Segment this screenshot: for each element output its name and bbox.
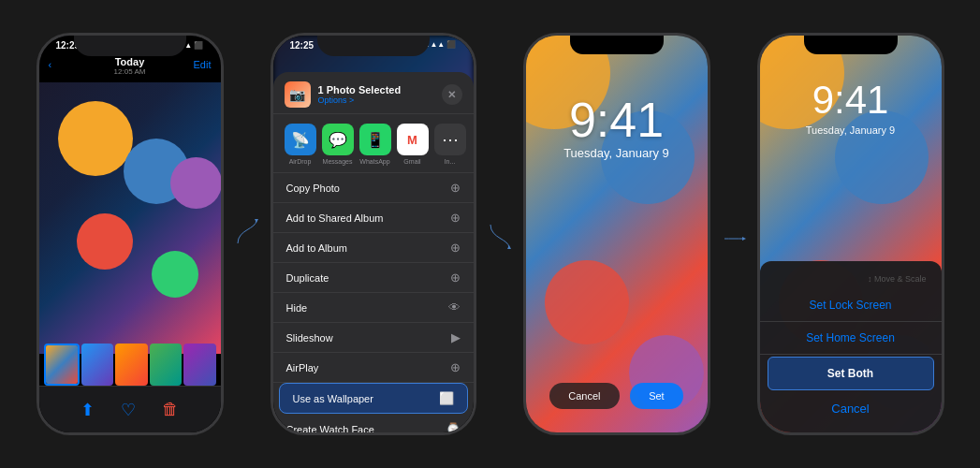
photos-app-icon: 📷 (285, 81, 311, 108)
slideshow-label: Slideshow (286, 332, 333, 344)
cancel-button[interactable]: Cancel (549, 383, 619, 409)
copy-photo-label: Copy Photo (286, 183, 340, 194)
move-scale-label: ↕ Move & Scale (760, 269, 942, 289)
menu-create-watch-face[interactable]: Create Watch Face ⌚ (273, 415, 474, 432)
share-app-more[interactable]: ⋯ In... (434, 124, 466, 165)
phone-3-notch (570, 36, 664, 54)
share-icon[interactable]: ⬆ (80, 400, 95, 420)
set-both-option[interactable]: Set Both (768, 357, 934, 390)
share-sheet: 📷 1 Photo Selected Options > ✕ 📡 AirDrop… (273, 72, 474, 432)
gmail-label: Gmail (403, 158, 420, 165)
p3-blob-red (545, 260, 629, 344)
airdrop-label: AirDrop (289, 158, 312, 165)
set-button[interactable]: Set (630, 383, 683, 409)
arrow-svg-3 (720, 197, 748, 271)
menu-copy-photo[interactable]: Copy Photo ⊕ (273, 173, 474, 203)
blob-red (77, 213, 133, 270)
heart-icon[interactable]: ♡ (121, 400, 136, 420)
phone-2-frame: 12:25 ▲▲▲ ⬛ 📷 1 Photo Selected Options >… (271, 33, 476, 435)
add-album-icon: ⊕ (450, 241, 461, 255)
share-apps-row: 📡 AirDrop 💬 Messages 📱 WhatsApp M Gmail … (273, 114, 474, 173)
wallpaper-options-panel: ↕ Move & Scale Set Lock Screen Set Home … (760, 261, 942, 432)
arrow-svg-2 (486, 197, 514, 271)
duplicate-icon: ⊕ (450, 271, 461, 285)
create-watch-face-label: Create Watch Face (286, 424, 374, 433)
whatsapp-icon: 📱 (359, 124, 391, 155)
phone-1-screen: 12:25 ▲▲▲ ⬛ Today 12:05 AM ‹ Edit ⬆ ♡ 🗑 (39, 36, 221, 432)
blob-purple (170, 157, 221, 209)
svg-marker-0 (255, 219, 258, 223)
thumb-2[interactable] (81, 344, 113, 386)
menu-slideshow[interactable]: Slideshow ▶ (273, 323, 474, 353)
menu-duplicate[interactable]: Duplicate ⊕ (273, 263, 474, 293)
svg-marker-1 (507, 245, 511, 249)
share-sheet-header: 📷 1 Photo Selected Options > ✕ (273, 72, 474, 114)
duplicate-label: Duplicate (286, 272, 329, 284)
create-watch-face-icon: ⌚ (446, 422, 461, 432)
add-shared-album-icon: ⊕ (450, 211, 461, 225)
svg-marker-2 (742, 237, 746, 241)
phone-4-notch (804, 36, 898, 54)
hide-label: Hide (286, 302, 308, 314)
share-app-messages[interactable]: 💬 Messages (322, 124, 354, 165)
thumb-1[interactable] (44, 344, 80, 386)
add-album-label: Add to Album (286, 242, 347, 254)
blob-green (152, 251, 198, 298)
share-app-whatsapp[interactable]: 📱 WhatsApp (359, 124, 391, 165)
menu-hide[interactable]: Hide 👁 (273, 293, 474, 323)
thumb-3[interactable] (115, 344, 147, 386)
messages-icon: 💬 (322, 124, 354, 155)
phone-1-back-button[interactable]: ‹ (49, 59, 52, 70)
phone-1-main-image (39, 82, 221, 354)
phone-4-screen: 9:41 Tuesday, January 9 ↕ Move & Scale S… (760, 36, 942, 432)
phone-3-date: Tuesday, January 9 (526, 146, 708, 160)
phone-1-notch (74, 36, 186, 56)
phone-1-thumbnails (39, 344, 221, 386)
set-lock-screen-option[interactable]: Set Lock Screen (760, 289, 942, 322)
share-header-title: 1 Photo Selected (318, 84, 442, 95)
share-app-airdrop[interactable]: 📡 AirDrop (285, 124, 316, 165)
share-header-sub[interactable]: Options > (318, 95, 442, 105)
phone-1-frame: 12:25 ▲▲▲ ⬛ Today 12:05 AM ‹ Edit ⬆ ♡ 🗑 (37, 33, 224, 435)
set-home-screen-option[interactable]: Set Home Screen (760, 322, 942, 355)
gmail-icon: M (397, 124, 429, 155)
blob-orange (58, 101, 133, 176)
more-apps-label: In... (445, 158, 456, 165)
arrow-svg-1 (233, 197, 261, 271)
use-as-wallpaper-label: Use as Wallpaper (293, 393, 373, 404)
phone-1-edit-button[interactable]: Edit (194, 59, 212, 70)
menu-airplay[interactable]: AirPlay ⊕ (273, 353, 474, 383)
arrow-3-4 (720, 197, 748, 271)
phone-3-frame: 9:41 Tuesday, January 9 Cancel Set (523, 33, 710, 435)
thumb-5[interactable] (183, 344, 215, 386)
phone-4-frame: 9:41 Tuesday, January 9 ↕ Move & Scale S… (757, 33, 944, 435)
slideshow-icon: ▶ (451, 330, 461, 344)
use-as-wallpaper-icon: ⬜ (439, 391, 454, 405)
airplay-icon: ⊕ (450, 360, 461, 374)
menu-use-as-wallpaper[interactable]: Use as Wallpaper ⬜ (279, 383, 468, 414)
whatsapp-label: WhatsApp (359, 158, 389, 165)
phone-2-screen: 12:25 ▲▲▲ ⬛ 📷 1 Photo Selected Options >… (273, 36, 474, 432)
share-close-button[interactable]: ✕ (442, 84, 462, 105)
phone-4-date: Tuesday, January 9 (760, 124, 942, 136)
trash-icon[interactable]: 🗑 (162, 400, 179, 419)
menu-add-album[interactable]: Add to Album ⊕ (273, 233, 474, 263)
share-app-gmail[interactable]: M Gmail (397, 124, 429, 165)
airdrop-icon: 📡 (285, 124, 316, 155)
thumb-4[interactable] (150, 344, 182, 386)
more-apps-icon: ⋯ (434, 124, 466, 155)
copy-photo-icon: ⊕ (450, 181, 461, 195)
phone-4-time: 9:41 (760, 78, 942, 123)
menu-add-shared-album[interactable]: Add to Shared Album ⊕ (273, 203, 474, 233)
phone-2-time: 12:25 (290, 40, 314, 51)
airplay-label: AirPlay (286, 362, 319, 373)
share-header-info: 1 Photo Selected Options > (318, 84, 442, 105)
cancel-option[interactable]: Cancel (760, 392, 942, 425)
phone-3-screen: 9:41 Tuesday, January 9 Cancel Set (526, 36, 708, 432)
add-shared-album-label: Add to Shared Album (286, 212, 384, 224)
messages-label: Messages (323, 158, 353, 165)
phone-1-toolbar: ⬆ ♡ 🗑 (39, 386, 221, 432)
arrow-1-2 (233, 197, 261, 271)
phone-3-time: 9:41 (526, 92, 708, 148)
hide-icon: 👁 (448, 300, 461, 314)
